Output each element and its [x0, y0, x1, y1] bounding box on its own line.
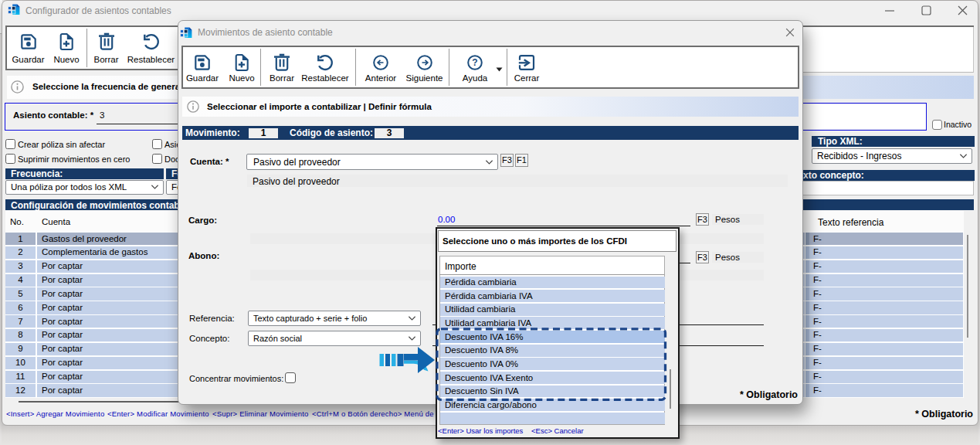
svg-text:?: ? [472, 57, 477, 68]
